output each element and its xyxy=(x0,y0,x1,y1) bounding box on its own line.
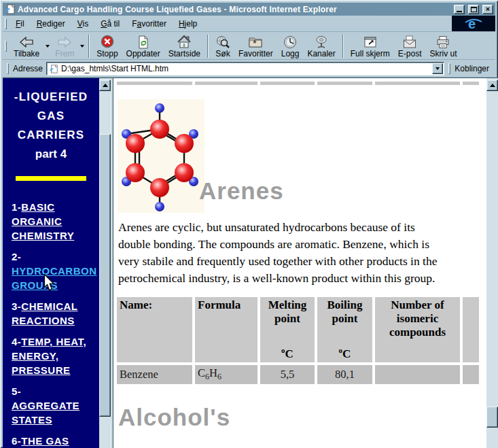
page-icon: e xyxy=(49,64,58,74)
browser-window: e Advanced Cargo Handling Course Liquefi… xyxy=(0,0,498,448)
col-header-empty xyxy=(463,297,479,362)
close-button[interactable]: × xyxy=(482,5,493,14)
menu-item-favoritter[interactable]: Favoritter xyxy=(126,18,173,30)
toolbar-separator xyxy=(88,35,90,58)
forward-icon xyxy=(57,35,72,50)
ie-document-icon: e xyxy=(5,4,16,14)
home-icon xyxy=(177,35,192,50)
stop-icon xyxy=(100,35,115,50)
address-input[interactable] xyxy=(61,64,429,73)
address-field: e xyxy=(46,62,444,75)
sidebar-item-basic-organic-chemistry[interactable]: 1-BASIC ORGANIC CHEMISTRY xyxy=(12,200,89,243)
maximize-icon xyxy=(471,7,477,12)
menu-bar: Fil Rediger Vis Gå til Favoritter Hjelp … xyxy=(3,16,495,32)
home-button[interactable]: Startside xyxy=(164,33,204,59)
menu-item-ga-til[interactable]: Gå til xyxy=(94,18,126,30)
address-bar: Adresse e Koblinger xyxy=(3,61,495,77)
search-button[interactable]: Søk xyxy=(211,33,234,59)
svg-text:*: * xyxy=(253,39,257,48)
mouse-cursor xyxy=(43,274,55,294)
col-header-isomeric: Number of isomeric compounds xyxy=(375,297,460,362)
channels-button[interactable]: Kanaler xyxy=(303,33,339,59)
refresh-button[interactable]: Oppdater xyxy=(122,33,164,59)
minimize-icon xyxy=(457,11,462,12)
address-dropdown-button[interactable] xyxy=(432,63,443,74)
content-frames: -LIQUEFIED GAS CARRIERS part 4 1-BASIC O… xyxy=(3,77,498,448)
sidebar-part-label: part 4 xyxy=(3,148,99,161)
cell-isomeric xyxy=(375,365,460,384)
menu-grip-handle[interactable] xyxy=(5,18,7,29)
main-scrollbar-thumb[interactable] xyxy=(486,407,498,428)
page-heading-alcohols: Alcohol's xyxy=(118,404,230,431)
print-button[interactable]: Skriv ut xyxy=(425,33,461,59)
cell-name: Benzene xyxy=(117,365,192,384)
sidebar-scroll-up-button[interactable] xyxy=(99,80,111,91)
cell-formula: C6H6 xyxy=(195,365,257,384)
history-button[interactable]: Logg xyxy=(277,33,304,59)
sidebar-nav-frame: -LIQUEFIED GAS CARRIERS part 4 1-BASIC O… xyxy=(3,78,99,448)
chevron-down-icon xyxy=(435,67,440,70)
fullscreen-button[interactable]: Full skjerm xyxy=(346,33,394,59)
compound-table: Name: Formula MeltingpointoC Boilingpoin… xyxy=(114,294,482,387)
menu-item-rediger[interactable]: Rediger xyxy=(31,18,71,30)
print-icon xyxy=(435,35,450,50)
yellow-divider-rule xyxy=(16,176,86,181)
toolbar: Tilbake Frem Stopp Oppdater xyxy=(3,33,495,60)
sidebar-item-chemical-reactions[interactable]: 3-CHEMICAL REACTIONS xyxy=(12,299,89,328)
back-dropdown-arrow[interactable] xyxy=(43,34,51,58)
col-header-boiling: BoilingpointoC xyxy=(317,297,372,362)
svg-text:e: e xyxy=(50,65,54,73)
history-icon xyxy=(283,35,298,50)
close-icon: × xyxy=(486,5,490,13)
toolbar-grip-handle[interactable] xyxy=(5,41,7,52)
sidebar-item-aggregate-states[interactable]: 5-AGGREGATE STATES xyxy=(12,384,89,427)
minimize-button[interactable] xyxy=(454,5,465,14)
col-header-melting: MeltingpointoC xyxy=(260,297,315,362)
back-icon xyxy=(19,35,34,50)
main-scroll-up-button[interactable] xyxy=(486,80,498,91)
address-grip-handle[interactable] xyxy=(7,63,9,74)
forward-dropdown-arrow[interactable] xyxy=(78,34,86,58)
main-scrollbar[interactable] xyxy=(486,78,498,448)
sidebar-nav: 1-BASIC ORGANIC CHEMISTRY 2-HYDROCARBON … xyxy=(12,200,99,448)
arrow-up-icon xyxy=(490,84,495,87)
benzene-molecule-image xyxy=(118,99,204,213)
svg-text:e: e xyxy=(6,5,10,14)
links-band-label[interactable]: Koblinger xyxy=(455,64,489,73)
sidebar-item-temp-heat-energy-pressure[interactable]: 4-TEMP, HEAT, ENERGY, PRESSURE xyxy=(12,334,89,377)
sidebar-title: -LIQUEFIED GAS CARRIERS xyxy=(3,88,99,145)
menu-item-hjelp[interactable]: Hjelp xyxy=(173,18,203,30)
table-row-benzene: Benzene C6H6 5,5 80,1 xyxy=(117,365,479,384)
maximize-button[interactable] xyxy=(468,5,479,14)
arenes-paragraph: Arenes are cyclic, but unsaturated hydro… xyxy=(118,219,437,287)
links-grip-handle[interactable] xyxy=(448,63,450,74)
chevron-down-icon xyxy=(46,45,50,48)
mail-button[interactable]: E-post xyxy=(394,33,426,59)
page-heading-arenes: Arenes xyxy=(199,177,284,205)
cell-empty xyxy=(463,365,479,384)
forward-button[interactable]: Frem xyxy=(51,33,78,59)
sidebar-item-the-gas-laws[interactable]: 6-THE GAS LAWS xyxy=(12,434,89,448)
toolbar-separator xyxy=(207,35,209,58)
col-header-formula: Formula xyxy=(195,297,257,362)
menu-item-fil[interactable]: Fil xyxy=(10,18,31,30)
toolbar-separator xyxy=(342,35,344,58)
window-title: Advanced Cargo Handling Course Liquefied… xyxy=(18,5,450,14)
stop-button[interactable]: Stopp xyxy=(92,33,122,59)
back-button[interactable]: Tilbake xyxy=(10,33,43,59)
col-header-name: Name: xyxy=(117,297,192,362)
title-bar: e Advanced Cargo Handling Course Liquefi… xyxy=(3,3,495,16)
favorites-icon: * xyxy=(248,35,263,50)
menu-item-vis[interactable]: Vis xyxy=(71,18,94,30)
previous-table-edge xyxy=(117,82,479,85)
cell-melting-point: 5,5 xyxy=(260,365,315,384)
sidebar-scrollbar[interactable] xyxy=(99,78,111,448)
sidebar-scrollbar-thumb[interactable] xyxy=(99,134,111,417)
table-header-row: Name: Formula MeltingpointoC Boilingpoin… xyxy=(117,297,479,362)
channels-icon xyxy=(314,35,329,50)
chevron-down-icon xyxy=(80,45,84,48)
address-label: Adresse xyxy=(13,64,43,73)
favorites-button[interactable]: * Favoritter xyxy=(234,33,277,59)
arrow-up-icon xyxy=(103,84,108,87)
svg-text:e: e xyxy=(468,16,476,31)
